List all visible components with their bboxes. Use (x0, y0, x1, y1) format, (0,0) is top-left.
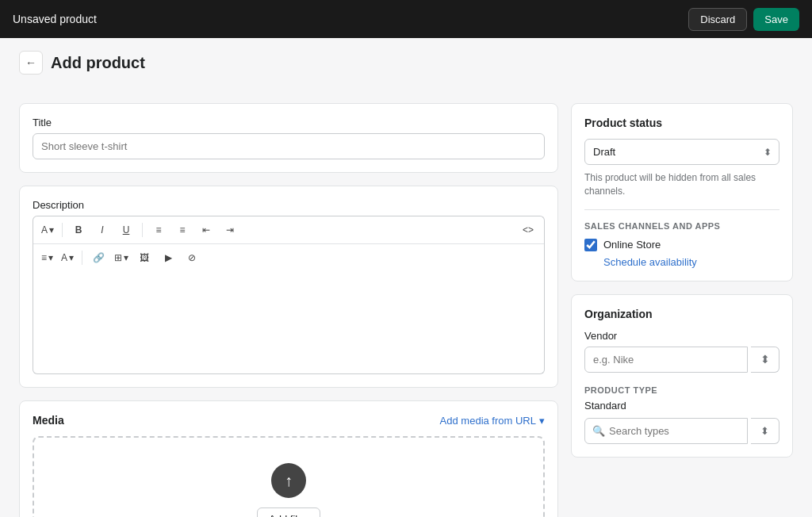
editor-toolbar: A ▾ B I U ≡ ≡ ⇤ ⇥ <> ≡ (33, 216, 545, 271)
vendor-stepper-button[interactable]: ⬍ (751, 347, 779, 373)
indent-left-button[interactable]: ⇤ (195, 220, 217, 240)
sales-channels-label: SALES CHANNELS AND APPS (584, 221, 779, 231)
media-header: Media Add media from URL ▾ (33, 414, 545, 427)
online-store-name: Online Store (603, 239, 661, 251)
link-button[interactable]: 🔗 (87, 247, 109, 268)
media-card: Media Add media from URL ▾ ↑ Add files (19, 400, 558, 517)
save-button[interactable]: Save (753, 8, 799, 31)
add-files-button[interactable]: Add files (257, 507, 320, 517)
color-icon: A (61, 252, 67, 263)
ordered-list-button[interactable]: ≡ (171, 220, 193, 240)
search-types-stepper-button[interactable]: ⬍ (751, 418, 779, 444)
side-column: Product status Draft Active ⬍ This produ… (571, 103, 793, 517)
vendor-input[interactable] (584, 347, 748, 373)
toolbar-row-1: A ▾ B I U ≡ ≡ ⇤ ⇥ <> (33, 216, 544, 244)
toolbar-sep-3 (82, 251, 82, 265)
italic-button[interactable]: I (91, 220, 113, 240)
media-title: Media (33, 414, 64, 427)
bold-button[interactable]: B (67, 220, 90, 240)
unordered-list-button[interactable]: ≡ (147, 220, 170, 240)
topbar: Unsaved product Discard Save (0, 0, 812, 38)
font-chevron: ▾ (49, 224, 54, 236)
title-label: Title (33, 117, 545, 128)
media-dropzone[interactable]: ↑ Add files (33, 436, 545, 517)
search-types-row: 🔍 ⬍ (584, 418, 779, 444)
color-dropdown[interactable]: A ▾ (58, 251, 77, 265)
color-chevron: ▾ (69, 252, 74, 263)
toolbar-sep-1 (62, 223, 63, 237)
status-hint: This product will be hidden from all sal… (584, 171, 779, 198)
discard-button[interactable]: Discard (688, 8, 747, 31)
align-dropdown[interactable]: ≡ ▾ (38, 251, 56, 265)
search-input-container: 🔍 (584, 418, 748, 444)
product-type-label: PRODUCT TYPE (584, 385, 779, 395)
indent-right-button[interactable]: ⇥ (219, 220, 241, 240)
font-label: A (41, 224, 48, 236)
align-chevron: ▾ (48, 252, 53, 263)
online-store-channel: Online Store (584, 239, 779, 251)
video-button[interactable]: ▶ (157, 247, 179, 268)
page-layout: Title Description A ▾ B I U ≡ (0, 87, 812, 517)
table-chevron: ▾ (124, 252, 128, 263)
description-label: Description (33, 199, 545, 211)
vendor-row: ⬍ (584, 347, 779, 373)
page-title: Add product (51, 54, 145, 72)
topbar-actions: Discard Save (688, 8, 799, 31)
page-header-area: ← Add product (0, 38, 812, 75)
vendor-label: Vendor (584, 330, 779, 342)
title-card: Title (19, 103, 558, 173)
back-icon: ← (25, 56, 36, 69)
organization-title: Organization (584, 308, 779, 320)
editor-body[interactable] (33, 271, 545, 374)
product-status-title: Product status (584, 117, 779, 129)
product-status-card: Product status Draft Active ⬍ This produ… (571, 103, 793, 281)
upload-icon: ↑ (271, 463, 306, 498)
topbar-title: Unsaved product (13, 13, 97, 25)
title-input[interactable] (33, 133, 545, 159)
schedule-availability-link[interactable]: Schedule availability (603, 256, 779, 268)
image-button[interactable]: 🖼 (133, 247, 155, 268)
status-select[interactable]: Draft Active (584, 139, 779, 165)
description-card: Description A ▾ B I U ≡ ≡ ⇤ ⇥ (19, 186, 558, 388)
main-column: Title Description A ▾ B I U ≡ (19, 103, 558, 517)
more-button[interactable]: ⊘ (181, 247, 203, 268)
search-types-input[interactable] (584, 418, 748, 444)
table-icon: ⊞ (114, 252, 122, 263)
toolbar-sep-2 (142, 223, 143, 237)
organization-card: Organization Vendor ⬍ PRODUCT TYPE Stand… (571, 294, 793, 458)
table-dropdown[interactable]: ⊞ ▾ (111, 251, 132, 265)
toolbar-row-2: ≡ ▾ A ▾ 🔗 ⊞ ▾ 🖼 ▶ ⊘ (33, 244, 544, 271)
code-button[interactable]: <> (517, 220, 539, 240)
online-store-checkbox[interactable] (584, 239, 597, 251)
font-dropdown[interactable]: A ▾ (38, 223, 57, 237)
back-button[interactable]: ← (19, 51, 43, 75)
underline-button[interactable]: U (115, 220, 137, 240)
align-icon: ≡ (41, 252, 47, 263)
standard-text: Standard (584, 400, 779, 412)
status-select-wrapper: Draft Active ⬍ (584, 139, 779, 165)
dropdown-chevron-icon: ▾ (539, 415, 545, 427)
add-media-from-url-link[interactable]: Add media from URL ▾ (440, 415, 545, 427)
